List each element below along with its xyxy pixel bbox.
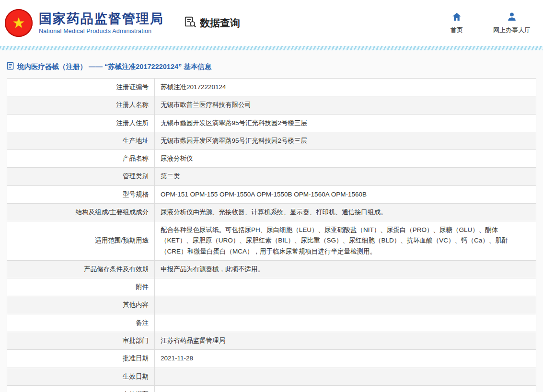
nav-home[interactable]: 首页 xyxy=(443,12,470,35)
org-title: 国家药品监督管理局 xyxy=(39,12,164,26)
table-row: 适用范围/预期用途配合各种显色尿试纸。可包括尿PH、尿白细胞（LEU）、尿亚硝酸… xyxy=(7,221,536,261)
header-nav: 首页 网上办事大厅 xyxy=(443,12,531,35)
table-row: 生效日期 xyxy=(7,368,536,385)
table-row: 注册人住所无锡市蠡园开发区滴翠路95号汇光科技园2号楼三层 xyxy=(7,114,536,132)
row-label: 注册人住所 xyxy=(7,114,155,132)
row-label: 结构及组成/主要组成成分 xyxy=(7,203,155,221)
row-label: 管理类别 xyxy=(7,168,155,185)
nav-online-hall[interactable]: 网上办事大厅 xyxy=(493,12,531,35)
org-title-block: 国家药品监督管理局 National Medical Products Admi… xyxy=(39,12,164,34)
row-value: 2027-02-15 xyxy=(155,385,536,392)
national-emblem-logo: ★ xyxy=(5,9,33,37)
table-row: 注册人名称无锡市欧普兰医疗科技有限公司 xyxy=(7,96,536,114)
row-value xyxy=(155,314,536,332)
table-row: 生产地址无锡市蠡园开发区滴翠路95号汇光科技园2号楼三层 xyxy=(7,132,536,150)
person-icon xyxy=(507,12,517,23)
row-value xyxy=(155,278,536,296)
table-row: 其他内容 xyxy=(7,296,536,314)
data-query-tab[interactable]: 数据查询 xyxy=(184,16,240,31)
table-row: 附件 xyxy=(7,278,536,296)
row-label: 批准日期 xyxy=(7,350,155,368)
row-value: OPM-151 OPM-155 OPM-1550A OPM-1550B OPM-… xyxy=(155,185,536,203)
row-label: 适用范围/预期用途 xyxy=(7,221,155,261)
data-query-label: 数据查询 xyxy=(200,16,240,30)
row-label: 附件 xyxy=(7,278,155,296)
breadcrumb: 境内医疗器械（注册） —— “苏械注准20172220124” 基本信息 xyxy=(0,50,543,78)
row-label: 备注 xyxy=(7,314,155,332)
nav-home-label: 首页 xyxy=(451,26,463,35)
row-value: 申报产品为有源器械，此项不适用。 xyxy=(155,260,536,278)
row-value: 苏械注准20172220124 xyxy=(155,79,536,96)
row-value: 无锡市蠡园开发区滴翠路95号汇光科技园2号楼三层 xyxy=(155,132,536,150)
page-title: 境内医疗器械（注册） —— “苏械注准20172220124” 基本信息 xyxy=(17,62,211,71)
row-label: 有效期至 xyxy=(7,385,155,392)
row-label: 产品储存条件及有效期 xyxy=(7,260,155,278)
row-label: 其他内容 xyxy=(7,296,155,314)
table-row: 注册证编号苏械注准20172220124 xyxy=(7,79,536,96)
table-row: 审批部门江苏省药品监督管理局 xyxy=(7,332,536,349)
table-row: 备注 xyxy=(7,314,536,332)
table-row: 有效期至2027-02-15 xyxy=(7,385,536,392)
document-search-icon xyxy=(184,16,196,31)
row-label: 产品名称 xyxy=(7,150,155,168)
home-icon xyxy=(451,12,462,23)
site-header: ★ 国家药品监督管理局 National Medical Products Ad… xyxy=(0,0,543,46)
row-label: 生效日期 xyxy=(7,368,155,385)
table-row: 批准日期2021-11-28 xyxy=(7,350,536,368)
row-label: 审批部门 xyxy=(7,332,155,349)
striped-divider xyxy=(0,46,543,50)
row-value xyxy=(155,368,536,385)
org-subtitle: National Medical Products Administration xyxy=(39,28,164,35)
emblem-star-icon: ★ xyxy=(12,16,25,30)
page-doc-icon xyxy=(7,62,14,71)
table-row: 产品储存条件及有效期申报产品为有源器械，此项不适用。 xyxy=(7,260,536,278)
info-table-body: 注册证编号苏械注准20172220124 注册人名称无锡市欧普兰医疗科技有限公司… xyxy=(7,79,536,392)
row-value: 尿液分析仪 xyxy=(155,150,536,168)
table-row: 型号规格OPM-151 OPM-155 OPM-1550A OPM-1550B … xyxy=(7,185,536,203)
row-value xyxy=(155,296,536,314)
row-value: 江苏省药品监督管理局 xyxy=(155,332,536,349)
registration-info-table: 注册证编号苏械注准20172220124 注册人名称无锡市欧普兰医疗科技有限公司… xyxy=(7,78,536,392)
row-label: 生产地址 xyxy=(7,132,155,150)
table-row: 结构及组成/主要组成成分尿液分析仪由光源、光接收器、计算机系统、显示器、打印机、… xyxy=(7,203,536,221)
row-value: 2021-11-28 xyxy=(155,350,536,368)
row-value: 配合各种显色尿试纸。可包括尿PH、尿白细胞（LEU）、尿亚硝酸盐（NIT）、尿蛋… xyxy=(155,221,536,261)
table-row: 产品名称尿液分析仪 xyxy=(7,150,536,168)
row-label: 注册人名称 xyxy=(7,96,155,114)
nav-online-hall-label: 网上办事大厅 xyxy=(493,26,531,35)
row-value: 第二类 xyxy=(155,168,536,185)
row-label: 注册证编号 xyxy=(7,79,155,96)
row-value: 尿液分析仪由光源、光接收器、计算机系统、显示器、打印机、通信接口组成。 xyxy=(155,203,536,221)
row-label: 型号规格 xyxy=(7,185,155,203)
page: ★ 国家药品监督管理局 National Medical Products Ad… xyxy=(0,0,543,392)
row-value: 无锡市欧普兰医疗科技有限公司 xyxy=(155,96,536,114)
row-value: 无锡市蠡园开发区滴翠路95号汇光科技园2号楼三层 xyxy=(155,114,536,132)
table-row: 管理类别第二类 xyxy=(7,168,536,185)
